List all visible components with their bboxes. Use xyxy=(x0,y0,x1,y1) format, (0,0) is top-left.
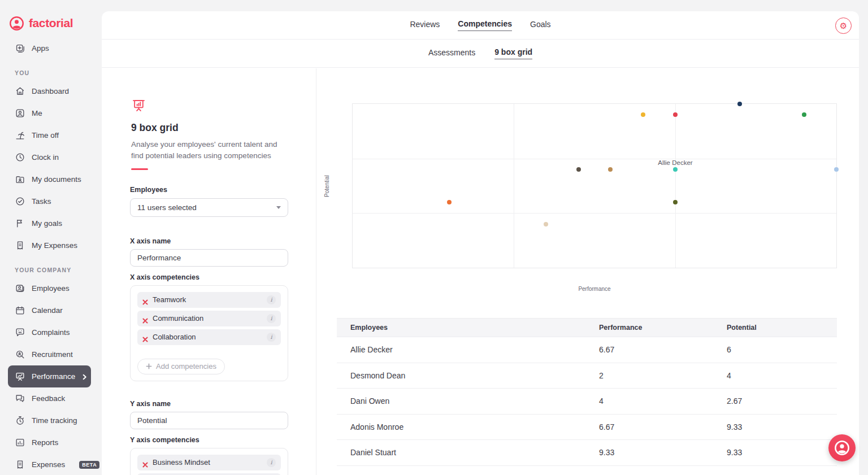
remove-icon[interactable] xyxy=(142,297,148,303)
competency-pill[interactable]: Opportunity Generation i xyxy=(137,473,281,475)
grid-line xyxy=(353,213,836,213)
scatter-point[interactable] xyxy=(447,200,452,204)
calendar-icon xyxy=(15,305,25,316)
table-row: Desmond Dean 2 4 xyxy=(337,363,837,389)
sidebar-item-time-tracking[interactable]: Time tracking xyxy=(0,409,102,432)
sidebar-item-label: My documents xyxy=(32,175,81,184)
sidebar-item-time-off[interactable]: Time off xyxy=(0,124,102,146)
sidebar-item-label: Expenses xyxy=(32,460,65,469)
sidebar-section-your-company: YOUR COMPANY xyxy=(0,263,102,277)
x-axis-title: Performance xyxy=(352,286,837,292)
sidebar-item-clock-in[interactable]: Clock in xyxy=(0,146,102,168)
table-row: Adonis Monroe 6.67 9.33 xyxy=(337,415,837,441)
tab-9-box-grid[interactable]: 9 box grid xyxy=(494,47,532,59)
scatter-point[interactable] xyxy=(576,167,581,172)
tab-assessments[interactable]: Assessments xyxy=(428,48,475,59)
competency-pill[interactable]: Business Mindset i xyxy=(137,455,281,470)
performance-value: 6.67 xyxy=(599,422,727,432)
add-competencies-button[interactable]: Add competencies xyxy=(137,359,225,374)
sidebar-item-complaints[interactable]: Complaints xyxy=(0,321,102,343)
receipt-icon xyxy=(15,459,25,470)
sidebar-item-my-documents[interactable]: My documents xyxy=(0,168,102,190)
factorial-logo[interactable]: factorial xyxy=(0,0,102,30)
sidebar-item-recruitment[interactable]: Recruitment xyxy=(0,343,102,365)
grid-line xyxy=(675,104,676,268)
receipt-icon xyxy=(15,240,25,251)
sidebar-item-label: Recruitment xyxy=(32,350,73,359)
top-tab-bar: Reviews Competencies Goals ⚙ xyxy=(102,11,859,40)
accent-divider xyxy=(131,168,148,170)
factorial-logo-icon xyxy=(9,16,24,31)
y-axis-title: Potential xyxy=(322,103,331,268)
column-header-potential: Potential xyxy=(727,324,837,332)
scatter-point[interactable] xyxy=(673,112,678,117)
remove-icon[interactable] xyxy=(142,334,148,340)
scatter-point[interactable] xyxy=(608,167,613,172)
potential-value: 9.33 xyxy=(727,422,837,432)
competency-pill[interactable]: Communication i xyxy=(137,311,281,326)
sidebar-item-employees[interactable]: Employees xyxy=(0,277,102,299)
competency-label: Business Mindset xyxy=(153,458,210,467)
sidebar-item-feedback[interactable]: Feedback xyxy=(0,387,102,409)
competency-label: Collaboration xyxy=(153,333,196,341)
sidebar-item-dashboard[interactable]: Dashboard xyxy=(0,80,102,102)
sidebar-item-label: Complaints xyxy=(32,328,70,337)
y-axis-name-input[interactable] xyxy=(130,412,288,429)
sidebar-item-label: My goals xyxy=(32,219,62,228)
sidebar-item-label: Dashboard xyxy=(32,87,69,95)
performance-value: 6.67 xyxy=(599,345,727,354)
page-description: Analyse your employees' current talent a… xyxy=(131,139,281,161)
sidebar-item-tasks[interactable]: Tasks xyxy=(0,190,102,212)
scatter-point[interactable]: Allie Decker xyxy=(673,167,678,172)
home-icon xyxy=(15,86,25,97)
apps-icon xyxy=(15,43,25,54)
x-axis-name-input[interactable] xyxy=(130,249,288,267)
flag-icon xyxy=(15,218,25,229)
competency-label: Teamwork xyxy=(153,295,186,304)
competency-pill[interactable]: Collaboration i xyxy=(137,329,281,345)
employees-select-value: 11 users selected xyxy=(137,203,197,212)
sidebar-item-calendar[interactable]: Calendar xyxy=(0,299,102,321)
grid-line xyxy=(353,159,836,159)
table-row: Allie Decker 6.67 6 xyxy=(337,337,837,363)
settings-gear-icon[interactable]: ⚙ xyxy=(835,18,852,34)
tab-reviews[interactable]: Reviews xyxy=(410,20,440,31)
info-icon[interactable]: i xyxy=(267,295,276,304)
support-chat-button[interactable] xyxy=(828,434,856,461)
table-row: Daniel Stuart 9.33 9.33 xyxy=(337,440,837,466)
app-window: factorial Apps YOU Dashboard Me Time off… xyxy=(0,0,868,475)
sidebar-item-label: Apps xyxy=(32,44,49,53)
sidebar-item-reports[interactable]: Reports xyxy=(0,432,102,454)
tab-goals[interactable]: Goals xyxy=(530,20,551,31)
sidebar-item-my-goals[interactable]: My goals xyxy=(0,212,102,234)
employees-select[interactable]: 11 users selected xyxy=(130,198,288,217)
scatter-point[interactable] xyxy=(834,167,839,172)
sidebar-item-my-expenses[interactable]: My Expenses xyxy=(0,234,102,256)
info-icon[interactable]: i xyxy=(267,458,276,467)
performance-icon xyxy=(15,371,25,382)
sidebar-item-apps[interactable]: Apps xyxy=(0,37,102,59)
scatter-point[interactable] xyxy=(802,112,806,117)
employee-name: Adonis Monroe xyxy=(350,422,599,432)
scatter-point[interactable] xyxy=(737,102,742,106)
plus-icon xyxy=(146,363,152,369)
competency-pill[interactable]: Teamwork i xyxy=(137,292,281,308)
remove-icon[interactable] xyxy=(142,460,148,465)
tab-competencies[interactable]: Competencies xyxy=(458,19,512,31)
bar-chart-icon xyxy=(15,437,25,448)
sidebar-item-me[interactable]: Me xyxy=(0,102,102,124)
table-header-row: Employees Performance Potential xyxy=(337,318,837,337)
sidebar-item-performance[interactable]: Performance xyxy=(8,365,91,387)
scatter-point[interactable] xyxy=(641,112,645,117)
sidebar-item-label: Performance xyxy=(32,372,75,381)
remove-icon[interactable] xyxy=(142,316,148,321)
sidebar-item-expenses[interactable]: Expenses BETA xyxy=(0,454,102,475)
scatter-point[interactable] xyxy=(544,222,548,226)
point-label: Allie Decker xyxy=(658,159,692,166)
column-header-employees: Employees xyxy=(350,324,599,332)
employee-name: Daniel Stuart xyxy=(350,448,599,457)
info-icon[interactable]: i xyxy=(267,333,276,342)
info-icon[interactable]: i xyxy=(267,314,276,323)
scatter-point[interactable] xyxy=(673,200,678,204)
sidebar-item-label: Reports xyxy=(32,438,58,447)
